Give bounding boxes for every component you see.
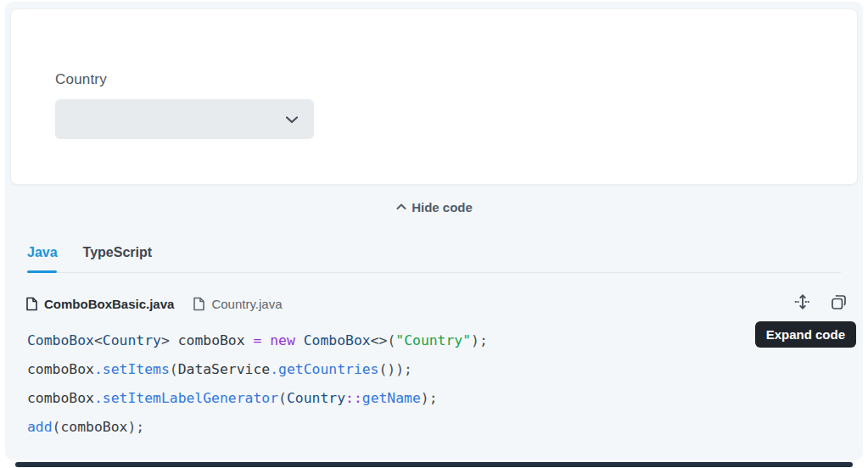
hide-code-label: Hide code [412, 200, 473, 214]
code-line: ComboBox<Country> comboBox = new ComboBo… [27, 326, 842, 355]
copy-code-button[interactable] [827, 291, 849, 313]
tabbar-divider [27, 272, 841, 273]
active-tab-indicator [27, 270, 57, 273]
copy-icon [830, 293, 848, 311]
code-block: ComboBox<Country> comboBox = new ComboBo… [27, 326, 842, 442]
file-tab-country[interactable]: Country.java [193, 297, 282, 311]
file-icon [193, 297, 205, 311]
expand-code-button[interactable] [792, 291, 814, 313]
combobox-field-label: Country [55, 71, 107, 88]
horizontal-scrollbar-thumb[interactable] [15, 462, 853, 467]
component-demo-card: Country [10, 8, 858, 185]
file-icon [25, 297, 38, 311]
tab-typescript[interactable]: TypeScript [83, 242, 153, 276]
code-actions [792, 291, 849, 313]
file-tabbar: ComboBoxBasic.java Country.java [25, 292, 282, 315]
file-tab-combobox-basic[interactable]: ComboBoxBasic.java [25, 297, 174, 311]
expand-code-vertical-icon [793, 292, 812, 311]
example-panel: Country Hide code Java TypeScript Combo [5, 2, 863, 460]
code-line: comboBox.setItemLabelGenerator(Country::… [27, 384, 842, 413]
file-tab-label: ComboBoxBasic.java [44, 297, 174, 311]
code-line: comboBox.setItems(DataService.getCountri… [27, 355, 842, 384]
country-combobox[interactable] [55, 99, 314, 139]
code-line: add(comboBox); [27, 413, 842, 442]
chevron-down-icon[interactable] [283, 111, 300, 128]
hide-code-button[interactable]: Hide code [5, 198, 863, 216]
chevron-up-icon [395, 201, 407, 213]
file-tab-label: Country.java [211, 297, 282, 311]
